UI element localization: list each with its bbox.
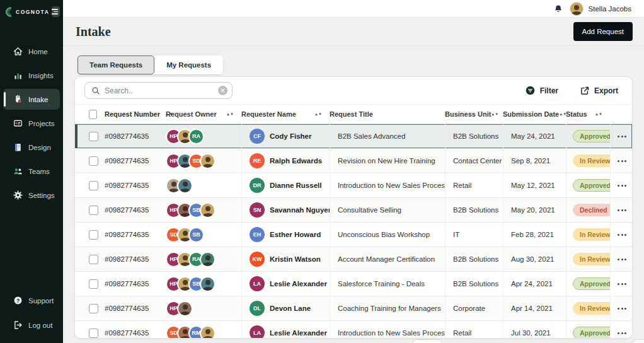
row-checkbox[interactable] xyxy=(89,279,98,289)
owner-photo-avatar xyxy=(200,153,216,169)
column-header-requester-name[interactable]: Requester Name xyxy=(241,110,296,118)
filter-button[interactable]: Filter xyxy=(525,85,558,96)
table-body: #0982774635 HPRA CF Cody Fisher B2B Sale… xyxy=(75,124,632,339)
request-owner-avatars[interactable]: HPSD xyxy=(166,153,216,169)
request-owner-avatars[interactable]: HP xyxy=(166,301,193,317)
status-badge: In Review xyxy=(573,228,610,241)
table-row[interactable]: #0982774635 SDRM LA Leslie Alexander Int… xyxy=(75,321,632,339)
requester-name: Leslie Alexander xyxy=(270,329,327,337)
table-row[interactable]: #0982774635 DR Dianne Russell Introducti… xyxy=(75,173,632,198)
column-header-status[interactable]: Status xyxy=(566,110,587,118)
row-checkbox[interactable] xyxy=(89,181,98,190)
request-owner-avatars[interactable]: HPRA xyxy=(166,129,204,144)
home-icon xyxy=(13,46,23,57)
sidebar-item-label: Log out xyxy=(28,322,52,329)
column-header-request-number[interactable]: Request Number xyxy=(105,110,160,118)
export-icon xyxy=(580,86,590,96)
sidebar-nav: Home Insights Intake xyxy=(0,41,63,206)
search-input[interactable] xyxy=(105,86,214,95)
sidebar-collapse-button[interactable] xyxy=(52,6,60,17)
owner-photo-avatar xyxy=(177,301,193,317)
sidebar-item-support[interactable]: ? Support xyxy=(3,290,60,311)
request-owner-avatars[interactable]: HPRA xyxy=(166,252,216,267)
table-row[interactable]: #0982774635 HP DL Devon Lane Coaching Tr… xyxy=(75,296,632,321)
column-header-request-owner[interactable]: Request Owner xyxy=(166,110,217,118)
row-actions-button[interactable] xyxy=(618,160,626,162)
business-unit: IT xyxy=(446,231,459,238)
request-title: Unconscious Bias Workshop xyxy=(330,231,430,238)
sort-icon[interactable]: ▲▼ xyxy=(314,113,322,116)
owner-photo-avatar xyxy=(200,276,216,292)
pagination-control[interactable] xyxy=(413,339,442,343)
table-row[interactable]: #0982774635 SDSB EH Esther Howard Uncons… xyxy=(75,223,632,247)
pagination-control[interactable] xyxy=(633,339,644,343)
row-actions-button[interactable] xyxy=(618,234,626,236)
request-owner-avatars[interactable]: SDRM xyxy=(166,325,216,339)
row-actions-button[interactable] xyxy=(618,209,626,211)
owner-photo-avatar xyxy=(200,202,216,218)
requester-name: Dianne Russell xyxy=(270,182,321,189)
row-checkbox[interactable] xyxy=(89,230,98,240)
search-icon xyxy=(91,86,100,95)
column-header-submission-date[interactable]: Submission Date xyxy=(503,110,559,118)
row-checkbox[interactable] xyxy=(89,206,98,215)
request-owner-avatars[interactable]: HPSB xyxy=(166,202,216,218)
column-header-request-title[interactable]: Request Title xyxy=(330,110,373,118)
topbar: Stella Jacobs xyxy=(63,0,644,18)
row-actions-button[interactable] xyxy=(618,283,626,285)
row-actions-button[interactable] xyxy=(618,308,626,310)
table-row[interactable]: #0982774635 HPRA KW Kristin Watson Accou… xyxy=(75,247,632,272)
tab-team-requests[interactable]: Team Requests xyxy=(78,55,154,74)
request-number: #0982774635 xyxy=(105,296,166,320)
request-title: Salesforce Training - Deals xyxy=(330,280,425,288)
export-button[interactable]: Export xyxy=(580,86,618,96)
notifications-bell-icon[interactable] xyxy=(553,4,563,14)
table-row[interactable]: #0982774635 HPRA CF Cody Fisher B2B Sale… xyxy=(75,124,632,149)
status-badge: Approved xyxy=(573,130,610,142)
table-row[interactable]: #0982774635 HPSB LA Leslie Alexander Sal… xyxy=(75,272,632,296)
request-number: #0982774635 xyxy=(105,272,166,296)
business-unit: B2B Solutions xyxy=(446,280,498,288)
owner-photo-avatar xyxy=(177,178,193,194)
row-checkbox[interactable] xyxy=(89,156,98,166)
search-clear-icon[interactable]: ✕ xyxy=(218,86,227,95)
status-badge: In Review xyxy=(573,253,610,265)
user-profile[interactable]: Stella Jacobs xyxy=(570,2,631,16)
sidebar-item-design[interactable]: Design xyxy=(3,137,60,158)
sidebar-item-home[interactable]: Home xyxy=(3,41,60,62)
table-row[interactable]: #0982774635 HPSD RE Ralph Edwards Revisi… xyxy=(75,149,632,173)
request-number: #0982774635 xyxy=(105,149,166,173)
business-unit: Retail xyxy=(446,329,471,337)
sidebar-item-logout[interactable]: Log out xyxy=(3,315,60,335)
row-actions-button[interactable] xyxy=(618,185,626,187)
sort-icon[interactable]: ▲▼ xyxy=(491,113,498,116)
request-owner-avatars[interactable]: HPSB xyxy=(166,276,216,292)
search-box[interactable]: ✕ xyxy=(84,82,233,99)
tab-my-requests[interactable]: My Requests xyxy=(154,55,223,74)
sidebar-item-teams[interactable]: Teams xyxy=(3,161,60,182)
row-checkbox[interactable] xyxy=(89,132,98,141)
sidebar-item-intake[interactable]: Intake xyxy=(3,89,60,110)
sidebar-item-projects[interactable]: Projects xyxy=(3,113,60,134)
row-actions-button[interactable] xyxy=(618,136,626,137)
svg-text:?: ? xyxy=(16,298,20,304)
row-checkbox[interactable] xyxy=(89,304,98,313)
sidebar-item-settings[interactable]: Settings xyxy=(3,185,60,206)
row-actions-button[interactable] xyxy=(618,332,626,334)
requester-name: Kristin Watson xyxy=(270,255,321,263)
sidebar-item-insights[interactable]: Insights xyxy=(3,65,60,86)
column-header-business-unit[interactable]: Business Unit xyxy=(445,110,491,118)
sort-icon[interactable]: ▲▼ xyxy=(595,113,602,116)
row-actions-button[interactable] xyxy=(618,259,626,260)
sort-icon[interactable]: ▲▼ xyxy=(226,113,234,116)
request-owner-avatars[interactable] xyxy=(166,178,193,194)
add-request-button[interactable]: Add Request xyxy=(573,22,633,41)
request-owner-avatars[interactable]: SDSB xyxy=(166,227,204,243)
row-checkbox[interactable] xyxy=(89,255,98,264)
filter-icon xyxy=(525,85,536,96)
requester-avatar: KW xyxy=(250,252,265,267)
request-title: Introduction to New Sales Proces... xyxy=(330,182,445,189)
select-all-checkbox[interactable] xyxy=(89,110,97,119)
table-row[interactable]: #0982774635 HPSB SN Savannah Nguyen Cons… xyxy=(75,198,632,223)
row-checkbox[interactable] xyxy=(89,328,98,338)
